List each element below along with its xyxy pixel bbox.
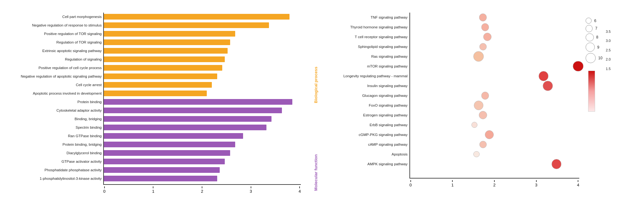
bar-label: Diacylglycerol binding [18,151,103,155]
bar-label: Protein binding [18,100,103,104]
bar-area [103,21,310,29]
dot-circle [479,111,487,119]
dot-area [409,32,582,42]
bar-fill [103,133,243,139]
dot-circle [481,92,489,100]
color-bar-row: 3.53.02.52.01.5 [586,71,611,112]
dot-row: Estrogen signaling pathway [335,110,582,120]
tick-label: 4 [299,189,301,194]
bar-row: Negative regulation of response to stimu… [18,21,310,29]
dot-area [409,130,582,139]
bar-fill [103,167,220,173]
dot-row: Insulin signaling pathway [335,81,582,91]
bar-label: Regulation of TOR signaling [18,40,103,44]
bar-fill [103,22,269,28]
bar-row: 1-phosphatidylinositol-3-kinase activity [18,174,310,183]
dot-tick-mark [494,180,495,182]
dot-area [409,101,582,110]
dot-circle [483,33,491,41]
dot-row: Thyroid hormone signaling pathway [335,22,582,32]
bar-fill [103,108,282,113]
dot-tick-mark [410,180,411,182]
bar-label: Extrinsic apoptotic signaling pathway [18,49,103,53]
bar-label: Ran GTPase binding [18,134,103,138]
dot-area [409,13,582,22]
bar-row: GTPase activator activity [18,157,310,166]
dot-x-tick: 0 [409,180,412,187]
dot-label: Ras signaling pathway [335,55,409,58]
bar-label: Cell cycle arrest [18,83,103,87]
dot-area [409,42,582,51]
dot-label: FoxO signaling pathway [335,103,409,107]
color-tick-label: 3.0 [606,39,611,43]
dot-area [409,52,582,61]
bar-label: Negative regulation of response to stimu… [18,23,103,27]
dot-row: cGMP-PKG signaling pathway [335,130,582,139]
bar-row: Protein binding, bridging [18,140,310,149]
dot-area [409,22,582,32]
dot-label: Insulin signaling pathway [335,84,409,88]
bar-area [103,55,310,63]
tick-label: 0 [103,189,105,194]
color-tick-label: 2.5 [606,48,611,52]
bar-label: Positive regulation of cell cycle proces… [18,66,103,70]
bar-label: Positive regulation of TOR signaling [18,32,103,36]
bar-fill [103,31,235,37]
chart-a-container: Cell part morphogenesisNegative regulati… [8,13,319,208]
bar-fill [103,82,212,88]
dot-x-tick: 2 [493,180,495,187]
legend-circle [586,18,592,24]
color-tick-label: 1.5 [606,67,611,71]
dot-row: Glucagon signaling pathway [335,91,582,100]
bar-area [103,98,310,106]
bar-label: Negative regulation of apoptotic signali… [18,74,103,78]
x-ticks: 01234 [103,186,301,194]
bar-area [103,140,310,149]
dot-label: Glucagon signaling pathway [335,94,409,97]
dot-label: mTOR signaling pathway [335,64,409,68]
dot-circle [573,61,583,71]
dot-area [409,150,582,159]
dot-circle [552,159,562,169]
bar-fill [103,99,292,105]
dot-label: AMPK signaling pathway [335,162,409,166]
bar-label: Regulation of signaling [18,57,103,61]
dot-circle [543,81,553,91]
dot-area [409,159,582,169]
dot-label: Estrogen signaling pathway [335,113,409,117]
bar-fill [103,125,266,130]
dot-row: AMPK signaling pathway [335,159,582,169]
bar-fill [103,116,271,122]
color-tick-label: 3.5 [606,30,611,33]
bar-fill [103,73,217,79]
dot-row: Apoptosis [335,150,582,159]
dot-area [409,62,582,71]
dot-area [409,81,582,91]
bar-fill [103,14,289,20]
bar-area [103,132,310,140]
bar-row: Positive regulation of TOR signaling [18,30,310,38]
bar-area [103,89,310,97]
dot-row: FoxO signaling pathway [335,101,582,110]
legend-circle-label: 7 [595,26,597,31]
bar-row: Positive regulation of cell cycle proces… [18,64,310,72]
bar-fill [103,142,235,147]
category-labels: Biological process Molecular function [310,18,319,194]
bar-row: Apoptotic process involved in developmen… [18,89,310,97]
dot-tick-mark [536,180,537,182]
tick-label: 3 [250,189,252,194]
bar-area [103,166,310,174]
legend-circle-label: 6 [594,19,596,23]
dot-area [409,91,582,100]
dot-circle [471,122,477,128]
dot-area [409,71,582,81]
main-panel: Cell part morphogenesisNegative regulati… [0,0,644,217]
dot-x-tick: 3 [535,180,537,187]
x-tick: 4 [299,186,301,194]
bar-row: Binding, bridging [18,115,310,123]
x-axis [103,184,301,185]
bar-row: Cell part morphogenesis [18,13,310,21]
legend-circle-row: 7 [586,25,636,32]
dot-x-axis [409,178,579,179]
x-tick: 3 [250,186,252,194]
